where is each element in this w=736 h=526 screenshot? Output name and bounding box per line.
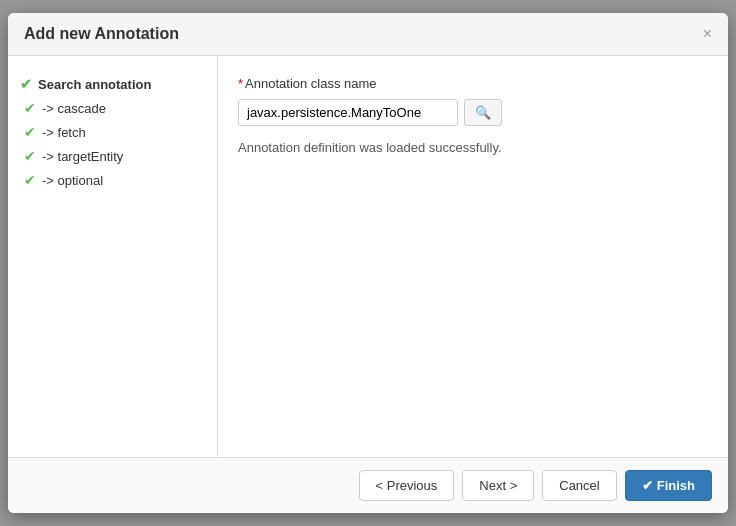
input-row: 🔍 <box>238 99 708 126</box>
success-message: Annotation definition was loaded success… <box>238 140 708 155</box>
close-button[interactable]: × <box>703 26 712 42</box>
sidebar-item-label-targetentity: -> targetEntity <box>42 149 123 164</box>
sidebar-item-label-fetch: -> fetch <box>42 125 86 140</box>
check-icon-fetch: ✔ <box>24 124 36 140</box>
search-icon: 🔍 <box>475 105 491 120</box>
sidebar-heading: ✔ Search annotation <box>20 72 205 96</box>
dialog: Add new Annotation × ✔ Search annotation… <box>8 13 728 513</box>
check-icon-optional: ✔ <box>24 172 36 188</box>
sidebar-item-cascade: ✔ -> cascade <box>20 96 205 120</box>
sidebar-item-targetentity: ✔ -> targetEntity <box>20 144 205 168</box>
dialog-header: Add new Annotation × <box>8 13 728 56</box>
sidebar-item-fetch: ✔ -> fetch <box>20 120 205 144</box>
dialog-body: ✔ Search annotation ✔ -> cascade ✔ -> fe… <box>8 56 728 457</box>
sidebar-item-label-optional: -> optional <box>42 173 103 188</box>
finish-check-icon: ✔ <box>642 478 653 493</box>
dialog-title: Add new Annotation <box>24 25 179 43</box>
search-button[interactable]: 🔍 <box>464 99 502 126</box>
dialog-footer: < Previous Next > Cancel ✔Finish <box>8 457 728 513</box>
check-icon-targetentity: ✔ <box>24 148 36 164</box>
sidebar-heading-label: Search annotation <box>38 77 151 92</box>
finish-label: Finish <box>657 478 695 493</box>
check-icon-heading: ✔ <box>20 76 32 92</box>
sidebar-item-label-cascade: -> cascade <box>42 101 106 116</box>
field-label: *Annotation class name <box>238 76 708 91</box>
field-label-text: Annotation class name <box>245 76 377 91</box>
main-content: *Annotation class name 🔍 Annotation defi… <box>218 56 728 457</box>
next-button[interactable]: Next > <box>462 470 534 501</box>
cancel-button[interactable]: Cancel <box>542 470 616 501</box>
previous-button[interactable]: < Previous <box>359 470 455 501</box>
finish-button[interactable]: ✔Finish <box>625 470 712 501</box>
sidebar: ✔ Search annotation ✔ -> cascade ✔ -> fe… <box>8 56 218 457</box>
required-marker: * <box>238 76 243 91</box>
annotation-class-input[interactable] <box>238 99 458 126</box>
check-icon-cascade: ✔ <box>24 100 36 116</box>
sidebar-item-optional: ✔ -> optional <box>20 168 205 192</box>
